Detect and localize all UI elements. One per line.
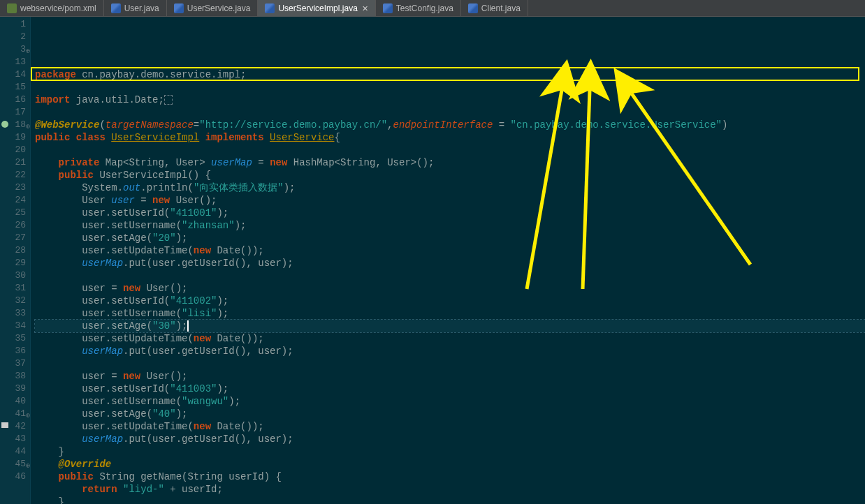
line-number[interactable]: 38 <box>0 370 26 383</box>
code-line[interactable]: public class UserServiceImpl implements … <box>35 131 865 144</box>
line-number[interactable]: 27 <box>0 232 26 244</box>
line-number[interactable]: 33 <box>0 307 26 320</box>
line-number[interactable]: 36 <box>0 345 26 357</box>
line-number[interactable]: 42 <box>0 420 26 433</box>
code-token <box>35 408 82 420</box>
code-line[interactable]: user.setAge("20"); <box>35 232 865 244</box>
code-line[interactable]: user = new User(); <box>35 282 865 295</box>
line-number[interactable]: 34 <box>0 320 26 332</box>
code-line[interactable]: user.setUsername("lisi"); <box>35 307 865 320</box>
code-token: User <box>82 195 106 206</box>
code-line[interactable]: return "liyd-" + userId; <box>35 483 865 496</box>
tab-webservice-pom-xml[interactable]: webservice/pom.xml <box>0 0 104 17</box>
line-number[interactable]: 2 <box>0 31 26 43</box>
line-number[interactable]: 40 <box>0 395 26 408</box>
code-line[interactable]: user.setAge("30"); <box>35 320 865 332</box>
code-line[interactable]: user.setUsername("zhansan"); <box>35 219 865 232</box>
line-number[interactable]: 23 <box>0 181 26 194</box>
code-line[interactable]: } <box>35 496 865 504</box>
code-line[interactable]: System.out.println("向实体类插入数据"); <box>35 181 865 194</box>
code-line[interactable]: user.setUpdateTime(new Date()); <box>35 332 865 345</box>
line-number[interactable]: 35 <box>0 332 26 345</box>
line-number[interactable]: 32 <box>0 295 26 307</box>
line-number[interactable]: 3⊕ <box>0 43 26 56</box>
code-line[interactable]: import java.util.Date; <box>35 94 865 106</box>
code-token: > <box>199 157 211 168</box>
line-number[interactable]: 39 <box>0 383 26 395</box>
code-line[interactable] <box>35 144 865 156</box>
line-number[interactable]: 21 <box>0 156 26 169</box>
line-number[interactable]: 16 <box>0 94 26 106</box>
line-number[interactable]: 29 <box>0 257 26 269</box>
close-icon[interactable]: ✕ <box>362 4 368 13</box>
line-number[interactable]: 43 <box>0 433 26 445</box>
line-number[interactable]: 25 <box>0 207 26 219</box>
code-line[interactable] <box>35 357 865 370</box>
line-number[interactable]: 17 <box>0 106 26 119</box>
code-line[interactable]: userMap.put(user.getUserId(), user); <box>35 433 865 445</box>
line-number[interactable]: 44 <box>0 445 26 458</box>
code-line[interactable] <box>35 106 865 119</box>
code-token: "向实体类插入数据" <box>194 182 284 193</box>
code-line[interactable]: userMap.put(user.getUserId(), user); <box>35 345 865 357</box>
code-token: return <box>82 484 123 495</box>
line-number[interactable]: 41⊕ <box>0 408 26 420</box>
line-number[interactable]: 13 <box>0 56 26 68</box>
code-line[interactable]: user.setUserId("411003"); <box>35 383 865 395</box>
code-line[interactable]: package cn.paybay.demo.service.impl; <box>35 68 865 81</box>
code-line[interactable]: user.setUsername("wangwu"); <box>35 395 865 408</box>
folded-import-indicator-icon[interactable] <box>164 95 173 105</box>
fold-icon[interactable]: ⊕ <box>23 460 30 467</box>
code-token: ( <box>99 119 105 131</box>
line-number[interactable]: 20 <box>0 144 26 156</box>
code-line[interactable]: @Override <box>35 458 865 470</box>
tab-userserviceimpl-java[interactable]: UserServiceImpl.java✕ <box>258 0 375 17</box>
code-token: UserServiceImpl <box>111 132 199 143</box>
code-line[interactable]: private Map<String, User> userMap = new … <box>35 156 865 169</box>
tab-client-java[interactable]: Client.java <box>461 0 528 17</box>
code-line[interactable]: User user = new User(); <box>35 194 865 207</box>
line-number[interactable]: 24 <box>0 194 26 207</box>
code-line[interactable]: public UserServiceImpl() { <box>35 169 865 181</box>
line-number[interactable]: 46 <box>0 470 26 483</box>
code-line[interactable]: user.setUserId("411002"); <box>35 295 865 307</box>
code-token <box>35 283 82 294</box>
line-number[interactable]: 18⊕ <box>0 119 26 131</box>
code-token: user <box>82 308 106 319</box>
line-number[interactable]: 37 <box>0 357 26 370</box>
code-line[interactable]: public String getName(String userId) { <box>35 470 865 483</box>
tab-testconfig-java[interactable]: TestConfig.java <box>376 0 461 17</box>
line-number[interactable]: 31 <box>0 282 26 295</box>
override-marker-icon[interactable] <box>1 422 8 428</box>
line-number[interactable]: 1 <box>0 18 26 31</box>
line-number[interactable]: 26 <box>0 219 26 232</box>
line-number[interactable]: 14 <box>0 68 26 81</box>
code-token: String <box>129 157 163 168</box>
line-number[interactable]: 30 <box>0 269 26 282</box>
code-line[interactable]: @WebService(targetNamespace="http://serv… <box>35 119 865 131</box>
code-token: ); <box>217 383 228 394</box>
line-number[interactable]: 28 <box>0 244 26 257</box>
code-line[interactable]: user.setAge("40"); <box>35 408 865 420</box>
code-line[interactable] <box>35 269 865 282</box>
code-line[interactable]: userMap.put(user.getUserId(), user); <box>35 257 865 269</box>
code-line[interactable] <box>35 81 865 94</box>
fold-icon[interactable]: ⊕ <box>23 121 30 128</box>
tab-user-java[interactable]: User.java <box>104 0 167 17</box>
line-number[interactable]: 19 <box>0 131 26 144</box>
code-line[interactable]: user = new User(); <box>35 370 865 383</box>
fold-icon[interactable]: ⊕ <box>23 410 30 417</box>
code-token: out <box>123 182 140 193</box>
code-token: ); <box>284 182 296 193</box>
code-token: = <box>493 119 510 131</box>
line-number[interactable]: 45⊕ <box>0 458 26 470</box>
fold-icon[interactable]: ⊕ <box>23 45 30 52</box>
code-area[interactable]: package cn.paybay.demo.service.impl;impo… <box>31 17 865 504</box>
code-line[interactable]: } <box>35 445 865 458</box>
code-line[interactable]: user.setUserId("411001"); <box>35 207 865 219</box>
code-line[interactable]: user.setUpdateTime(new Date()); <box>35 420 865 433</box>
line-number[interactable]: 22 <box>0 169 26 181</box>
code-line[interactable]: user.setUpdateTime(new Date()); <box>35 244 865 257</box>
line-number[interactable]: 15 <box>0 81 26 94</box>
tab-userservice-java[interactable]: UserService.java <box>167 0 259 17</box>
